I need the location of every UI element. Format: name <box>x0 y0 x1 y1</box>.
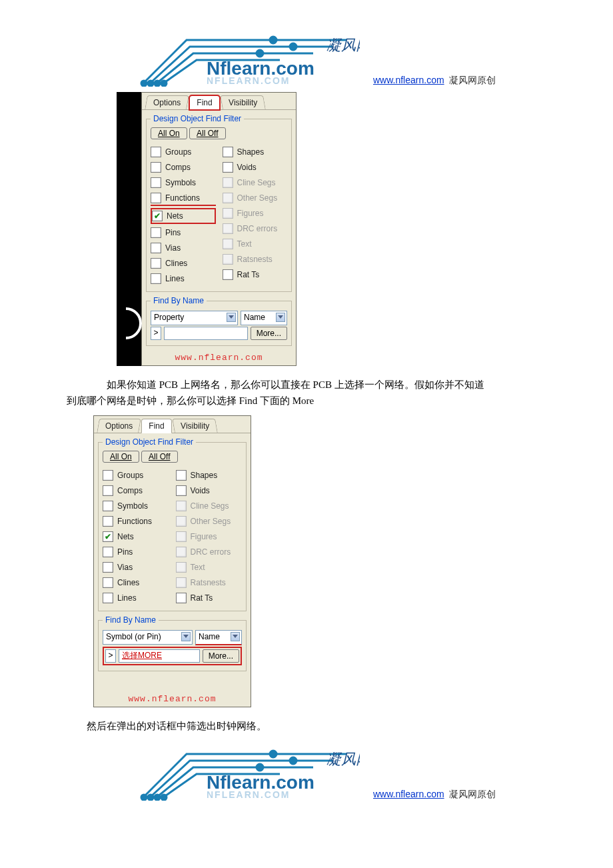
tab-options[interactable]: Options <box>145 95 189 109</box>
all-off-button[interactable]: All Off <box>141 451 177 463</box>
checkbox-disabled <box>176 562 187 573</box>
svg-text:NFLEARN.COM: NFLEARN.COM <box>207 75 290 86</box>
checkbox-disabled <box>176 577 187 588</box>
svg-point-3 <box>141 81 147 86</box>
tab-visibility[interactable]: Visibility <box>172 419 218 433</box>
paragraph-2: 然后在弹出的对话框中筛选出时钟网络。 <box>87 718 546 734</box>
find-panel-2: Options Find Visibility Design Object Fi… <box>93 415 251 707</box>
watermark: www.nflearn.com <box>142 349 296 365</box>
svg-text:NFLEARN.COM: NFLEARN.COM <box>207 789 290 800</box>
checkbox[interactable] <box>103 516 113 527</box>
checkbox[interactable] <box>103 470 113 481</box>
find-mode-select[interactable]: Name <box>241 311 287 325</box>
checkbox[interactable] <box>176 470 187 481</box>
svg-point-2 <box>257 50 263 57</box>
checkbox-disabled <box>176 501 187 511</box>
find-by-name-legend: Find By Name <box>151 296 207 305</box>
checkbox-checked[interactable]: ✔ <box>103 531 113 542</box>
prompt-icon: > <box>105 649 116 663</box>
svg-text:凝风网: 凝风网 <box>326 37 360 53</box>
checkbox-disabled <box>176 547 187 557</box>
checkbox[interactable] <box>223 147 233 157</box>
checkbox[interactable] <box>151 177 161 188</box>
find-filter-group: Design Object Find Filter All On All Off… <box>146 114 292 292</box>
svg-point-15 <box>155 795 160 800</box>
checkbox[interactable] <box>176 485 187 496</box>
prompt-icon: > <box>151 327 161 340</box>
svg-point-5 <box>155 81 160 86</box>
checkbox[interactable] <box>103 485 113 496</box>
site-link[interactable]: www.nflearn.com <box>373 75 444 85</box>
credit-text: 凝风网原创 <box>449 75 496 85</box>
find-filter-group-2: Design Object Find Filter All On All Off… <box>98 437 247 611</box>
checkbox-disabled <box>176 531 187 542</box>
header-credit: www.nflearn.com 凝风网原创 <box>373 75 496 87</box>
all-on-button[interactable]: All On <box>151 127 187 139</box>
find-input[interactable] <box>164 327 248 340</box>
canvas-strip <box>117 92 141 366</box>
checkbox[interactable] <box>151 162 161 173</box>
svg-point-4 <box>148 81 153 86</box>
tab-find[interactable]: Find <box>189 95 219 110</box>
checkbox[interactable] <box>176 593 187 603</box>
find-panel-1: Options Find Visibility Design Object Fi… <box>117 92 297 366</box>
tab-options[interactable]: Options <box>97 419 141 433</box>
find-type-select[interactable]: Property <box>151 311 238 325</box>
checkbox[interactable] <box>103 562 113 573</box>
footer-credit: www.nflearn.com 凝风网原创 <box>373 789 496 801</box>
svg-point-1 <box>290 43 297 50</box>
checkbox-disabled <box>223 223 233 234</box>
tab-bar: Options Find Visibility <box>142 93 296 110</box>
checkbox-checked[interactable]: ✔ <box>152 211 163 221</box>
svg-point-16 <box>161 795 167 800</box>
filter-left-col: Groups Comps Symbols Functions ✔Nets Pin… <box>151 143 216 287</box>
find-by-name-group: Find By Name Property Name > More... <box>146 296 292 346</box>
svg-point-10 <box>270 751 277 757</box>
checkbox[interactable] <box>151 243 161 253</box>
find-type-select[interactable]: Symbol (or Pin) <box>103 630 193 645</box>
find-filter-legend: Design Object Find Filter <box>151 114 244 123</box>
all-on-button[interactable]: All On <box>103 451 139 463</box>
checkbox[interactable] <box>103 577 113 588</box>
svg-point-12 <box>257 764 263 771</box>
checkbox-disabled <box>223 177 233 188</box>
checkbox-disabled <box>223 208 233 219</box>
watermark: www.nflearn.com <box>94 690 251 707</box>
checkbox[interactable] <box>223 162 233 173</box>
logo-image: 凝风网 Nflearn.com NFLEARN.COM <box>140 27 360 87</box>
checkbox[interactable] <box>103 547 113 557</box>
tab-visibility[interactable]: Visibility <box>220 95 266 109</box>
header-row: 凝风网 Nflearn.com NFLEARN.COM www.nflearn.… <box>140 27 546 87</box>
footer-row: 凝风网 Nflearn.com NFLEARN.COM www.nflearn.… <box>140 741 546 801</box>
svg-point-11 <box>290 757 297 764</box>
checkbox-disabled <box>223 254 233 265</box>
checkbox-disabled <box>223 239 233 249</box>
tab-find[interactable]: Find <box>141 419 171 433</box>
logo-image: 凝风网 Nflearn.com NFLEARN.COM <box>140 741 360 801</box>
all-off-button[interactable]: All Off <box>189 127 225 139</box>
checkbox[interactable] <box>151 193 161 203</box>
more-button[interactable]: More... <box>251 327 287 340</box>
svg-point-0 <box>270 37 277 43</box>
checkbox[interactable] <box>151 147 161 157</box>
filter-right-col: Shapes Voids Cline Segs Other Segs Figur… <box>223 143 288 287</box>
paragraph-1: 如果你知道 PCB 上网络名，那么你可以直接在 PCB 上选择一个网络。假如你并… <box>87 377 546 409</box>
checkbox[interactable] <box>151 227 161 238</box>
svg-text:凝风网: 凝风网 <box>326 751 360 767</box>
find-mode-select[interactable]: Name <box>195 630 242 645</box>
more-button[interactable]: More... <box>203 649 239 663</box>
svg-point-13 <box>141 795 147 800</box>
tab-bar-2: Options Find Visibility <box>94 416 251 433</box>
checkbox-disabled <box>176 516 187 527</box>
checkbox[interactable] <box>151 273 161 284</box>
svg-point-6 <box>161 81 167 86</box>
checkbox[interactable] <box>151 258 161 269</box>
checkbox-disabled <box>223 193 233 203</box>
svg-point-14 <box>148 795 153 800</box>
site-link[interactable]: www.nflearn.com <box>373 789 444 799</box>
checkbox[interactable] <box>103 593 113 603</box>
find-input[interactable]: 选择MORE <box>119 649 200 663</box>
checkbox[interactable] <box>103 501 113 511</box>
find-by-name-group-2: Find By Name Symbol (or Pin) Name > 选择MO… <box>98 615 247 671</box>
checkbox[interactable] <box>223 269 233 280</box>
